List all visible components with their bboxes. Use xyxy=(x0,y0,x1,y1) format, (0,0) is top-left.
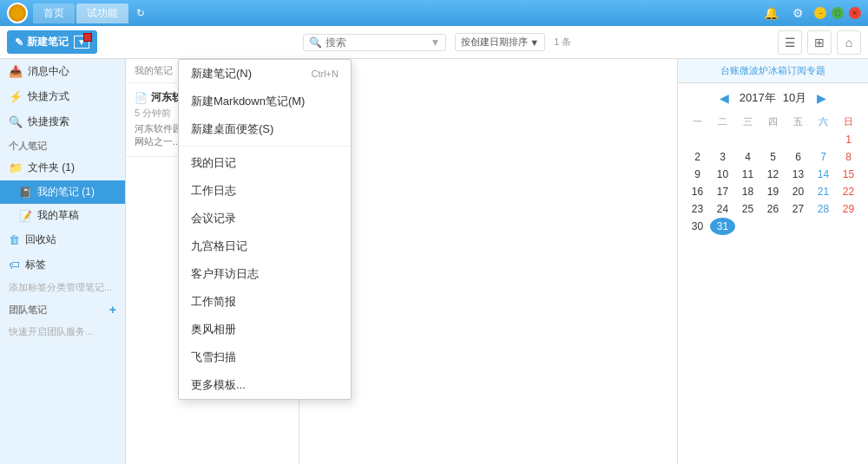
calendar-day[interactable]: 28 xyxy=(811,200,836,218)
calendar-day[interactable]: 4 xyxy=(735,148,760,166)
sidebar-item-my-notes[interactable]: 📓 我的笔记 (1) xyxy=(0,180,125,204)
add-team-button[interactable]: + xyxy=(109,303,116,317)
calendar-day[interactable]: 8 xyxy=(836,148,861,166)
calendar-day xyxy=(786,131,811,148)
calendar-header: ◀ 2017年 10月 ▶ xyxy=(685,90,861,106)
sidebar-item-inbox-label: 消息中心 xyxy=(28,64,69,79)
calendar-day[interactable]: 23 xyxy=(685,200,710,218)
calendar-next-button[interactable]: ▶ xyxy=(813,91,830,105)
toolbar: ✎ 新建笔记 ▼ 🔍 ▼ 按创建日期排序 ▼ 1 条 ☰ ⊞ ⌂ xyxy=(0,26,868,59)
home-icon[interactable]: ⌂ xyxy=(837,30,861,55)
dropdown-menu: 新建笔记(N) Ctrl+N 新建Markdown笔记(M) 新建桌面便签(S)… xyxy=(178,59,352,400)
new-note-button[interactable]: ✎ 新建笔记 ▼ xyxy=(7,30,97,54)
calendar-day[interactable]: 18 xyxy=(735,183,760,200)
minimize-button[interactable]: － xyxy=(814,7,826,19)
new-note-label: 新建笔记 xyxy=(27,35,69,49)
calendar-day[interactable]: 14 xyxy=(811,166,836,183)
refresh-button[interactable]: ↻ xyxy=(132,4,149,22)
calendar-day xyxy=(786,218,811,235)
calendar-day[interactable]: 30 xyxy=(685,218,710,235)
draft-icon: 📝 xyxy=(19,210,32,222)
note-count: 1 条 xyxy=(554,36,571,49)
calendar-year: 2017年 xyxy=(740,90,776,106)
calendar-day xyxy=(811,218,836,235)
search-input[interactable] xyxy=(326,36,430,49)
dropdown-new-note[interactable]: 新建笔记(N) Ctrl+N xyxy=(179,60,351,88)
sort-button[interactable]: 按创建日期排序 ▼ xyxy=(455,33,545,51)
dropdown-new-markdown[interactable]: 新建Markdown笔记(M) xyxy=(179,88,351,115)
titlebar-right: 🔔 ⚙ xyxy=(760,4,807,22)
calendar-day[interactable]: 22 xyxy=(836,183,861,200)
view-grid-icon[interactable]: ⊞ xyxy=(807,30,832,55)
tags-icon: 🏷 xyxy=(9,258,20,271)
calendar-day[interactable]: 3 xyxy=(710,148,735,166)
new-note-dropdown-arrow[interactable]: ▼ xyxy=(74,36,89,49)
calendar-day[interactable]: 5 xyxy=(760,148,786,166)
dropdown-jiuchen[interactable]: 九宫格日记 xyxy=(179,232,351,260)
calendar-prev-button[interactable]: ◀ xyxy=(716,91,733,105)
sidebar-item-tags[interactable]: 🏷 标签 xyxy=(0,252,125,278)
settings-icon[interactable]: ⚙ xyxy=(789,4,807,22)
calendar-day[interactable]: 29 xyxy=(836,200,861,218)
calendar-day xyxy=(760,131,786,148)
sidebar-item-quick-search-label: 快捷搜索 xyxy=(28,114,69,129)
tags-hint: 添加标签分类管理笔记... xyxy=(0,278,125,297)
dropdown-photo[interactable]: 奥风相册 xyxy=(179,316,351,343)
sidebar-item-draft-label: 我的草稿 xyxy=(37,208,79,223)
close-button[interactable]: ✕ xyxy=(849,7,861,19)
sidebar-item-shortcuts[interactable]: ⚡ 快捷方式 xyxy=(0,84,125,109)
dropdown-new-screenshot[interactable]: 新建桌面便签(S) xyxy=(179,115,351,143)
sidebar-item-quick-search[interactable]: 🔍 快捷搜索 xyxy=(0,109,125,134)
dropdown-my-diary[interactable]: 我的日记 xyxy=(179,149,351,177)
dropdown-meeting[interactable]: 会议记录 xyxy=(179,205,351,232)
notification-icon[interactable]: 🔔 xyxy=(760,4,782,22)
dropdown-customer[interactable]: 客户拜访日志 xyxy=(179,260,351,288)
calendar-day[interactable]: 15 xyxy=(836,166,861,183)
calendar-day[interactable]: 31 xyxy=(710,218,735,235)
maximize-button[interactable]: □ xyxy=(832,7,844,19)
calendar-day[interactable]: 20 xyxy=(786,183,811,200)
shortcuts-icon: ⚡ xyxy=(9,90,23,103)
calendar-day[interactable]: 9 xyxy=(685,166,710,183)
calendar-day[interactable]: 7 xyxy=(811,148,836,166)
calendar-day[interactable]: 10 xyxy=(710,166,735,183)
sidebar-item-trash[interactable]: 🗑 回收站 xyxy=(0,227,125,252)
dropdown-photo-label: 奥风相册 xyxy=(191,322,236,337)
trash-icon: 🗑 xyxy=(9,233,20,246)
calendar-day[interactable]: 19 xyxy=(760,183,786,200)
calendar-day[interactable]: 2 xyxy=(685,148,710,166)
calendar-day[interactable]: 26 xyxy=(760,200,786,218)
dropdown-scan-label: 飞雪扫描 xyxy=(191,350,236,365)
view-list-icon[interactable]: ☰ xyxy=(778,30,802,55)
search-bar: 🔍 ▼ xyxy=(303,34,446,51)
sidebar-item-draft[interactable]: 📝 我的草稿 xyxy=(0,204,125,227)
promo-banner[interactable]: 台账微波炉冰箱订阅专题 xyxy=(678,59,868,83)
calendar-day[interactable]: 6 xyxy=(786,148,811,166)
calendar-day[interactable]: 11 xyxy=(735,166,760,183)
calendar-day[interactable]: 25 xyxy=(735,200,760,218)
sidebar-item-my-notes-label: 我的笔记 (1) xyxy=(37,185,95,199)
note-list-title: 我的笔记 xyxy=(135,64,173,77)
calendar-day xyxy=(836,218,861,235)
search-dropdown-icon[interactable]: ▼ xyxy=(430,36,440,49)
sidebar-item-inbox[interactable]: 📥 消息中心 xyxy=(0,59,125,84)
tab-home[interactable]: 首页 xyxy=(33,3,75,23)
dropdown-work-diary[interactable]: 工作日志 xyxy=(179,177,351,205)
calendar-day xyxy=(685,131,710,148)
calendar-day[interactable]: 17 xyxy=(710,183,735,200)
calendar-day[interactable]: 24 xyxy=(710,200,735,218)
calendar-day[interactable]: 13 xyxy=(786,166,811,183)
calendar-day[interactable]: 16 xyxy=(685,183,710,200)
calendar-day[interactable]: 27 xyxy=(786,200,811,218)
dropdown-scan[interactable]: 飞雪扫描 xyxy=(179,343,351,371)
calendar-day[interactable]: 1 xyxy=(836,131,861,148)
dropdown-work-report[interactable]: 工作简报 xyxy=(179,288,351,316)
sidebar: 📥 消息中心 ⚡ 快捷方式 🔍 快捷搜索 个人笔记 📁 文件夹 (1) 📓 我的… xyxy=(0,59,126,464)
dropdown-more[interactable]: 更多模板... xyxy=(179,371,351,399)
sidebar-item-folder[interactable]: 📁 文件夹 (1) xyxy=(0,155,125,180)
weekday-mon: 一 xyxy=(685,113,710,131)
right-panel: 台账微波炉冰箱订阅专题 ◀ 2017年 10月 ▶ 一 二 三 四 五 六 xyxy=(677,59,868,464)
calendar-day[interactable]: 21 xyxy=(811,183,836,200)
tab-trial[interactable]: 试功能 xyxy=(76,3,128,23)
calendar-day[interactable]: 12 xyxy=(760,166,786,183)
